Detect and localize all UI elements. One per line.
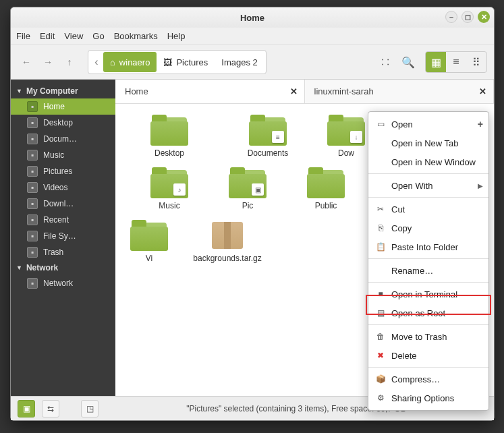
ctx-icon: ■ bbox=[375, 289, 386, 299]
folder-icon bbox=[150, 115, 188, 146]
context-menu: ▭Open+Open in New TabOpen in New WindowO… bbox=[368, 111, 489, 411]
ctx-rename-[interactable]: Rename… bbox=[368, 261, 488, 280]
view-mode-group: ▦ ≡ ⠿ bbox=[425, 51, 487, 73]
tab-linuxmint[interactable]: linuxmint-sarah ✕ bbox=[305, 80, 495, 103]
ctx-move-to-trash[interactable]: 🗑Move to Trash bbox=[368, 327, 488, 346]
folder-icon: ▣ bbox=[229, 167, 267, 198]
file-item[interactable]: Desktop bbox=[129, 115, 210, 158]
menu-go[interactable]: Go bbox=[92, 31, 104, 41]
maximize-button[interactable]: ◻ bbox=[461, 11, 474, 23]
file-item[interactable]: backgrounds.tar.gz bbox=[187, 220, 268, 263]
ctx-icon: ⚙ bbox=[375, 393, 386, 403]
show-hidden-toggle[interactable]: ◳ bbox=[81, 400, 99, 417]
separator bbox=[368, 197, 488, 198]
up-button[interactable]: ↑ bbox=[61, 53, 78, 71]
ctx-icon: ✖ bbox=[375, 350, 386, 361]
chevron-right-icon: ▶ bbox=[478, 182, 483, 190]
ctx-sharing-options[interactable]: ⚙Sharing Options bbox=[368, 388, 488, 407]
menu-bookmarks[interactable]: Bookmarks bbox=[114, 31, 158, 41]
folder-icon bbox=[307, 167, 345, 198]
file-label: Dow bbox=[338, 148, 354, 158]
ctx-open-with[interactable]: Open With▶ bbox=[368, 176, 488, 195]
ctx-cut[interactable]: ✂Cut bbox=[368, 200, 488, 219]
window-title: Home bbox=[240, 13, 264, 23]
trash-icon: ▪ bbox=[27, 247, 38, 258]
sidebar-item-home[interactable]: ▪Home bbox=[11, 98, 115, 115]
minimize-button[interactable]: – bbox=[445, 11, 457, 23]
file-item[interactable]: ↓Dow bbox=[326, 115, 366, 158]
ctx-icon: 🗑 bbox=[375, 331, 386, 342]
titlebar[interactable]: Home – ◻ ✕ bbox=[11, 7, 494, 28]
view-list-button[interactable]: ≡ bbox=[446, 52, 466, 72]
ctx-copy[interactable]: ⎘Copy bbox=[368, 219, 488, 237]
menu-edit[interactable]: Edit bbox=[40, 31, 55, 41]
sidebar-item-documents[interactable]: ▪Docum… bbox=[11, 131, 115, 147]
file-label: Pic bbox=[242, 201, 254, 210]
ctx-open-in-new-tab[interactable]: Open in New Tab bbox=[368, 134, 488, 152]
sidebar-item-desktop[interactable]: ▪Desktop bbox=[11, 115, 115, 131]
path-bar: ‹ ⌂ winaero 🖼 Pictures Images 2 bbox=[88, 50, 267, 74]
documents-icon: ▪ bbox=[27, 134, 38, 144]
home-icon: ⌂ bbox=[110, 57, 115, 67]
folder-icon: ≡ bbox=[249, 115, 287, 146]
view-compact-button[interactable]: ⠿ bbox=[466, 52, 486, 72]
filesystem-icon: ▪ bbox=[27, 231, 38, 241]
sidebar-item-music[interactable]: ▪Music bbox=[11, 147, 115, 163]
tab-close[interactable]: ✕ bbox=[479, 86, 486, 96]
tabs: Home ✕ linuxmint-sarah ✕ bbox=[115, 80, 494, 104]
ctx-icon bbox=[375, 180, 386, 191]
selection-icon[interactable]: ⸬ bbox=[375, 52, 395, 72]
menu-help[interactable]: Help bbox=[167, 31, 186, 41]
file-label: Music bbox=[159, 201, 179, 210]
path-segment-images2[interactable]: Images 2 bbox=[215, 52, 264, 72]
ctx-open-as-root[interactable]: ▤Open as Root bbox=[368, 304, 488, 322]
ctx-open[interactable]: ▭Open+ bbox=[368, 115, 488, 134]
places-toggle[interactable]: ▣ bbox=[18, 400, 35, 417]
plus-icon: + bbox=[478, 119, 483, 129]
file-item[interactable]: ♪Music bbox=[129, 167, 210, 210]
sidebar-header[interactable]: ▼My Computer bbox=[11, 84, 115, 98]
sidebar-item-downloads[interactable]: ▪Downl… bbox=[11, 196, 115, 212]
ctx-compress-[interactable]: 📦Compress… bbox=[368, 370, 488, 388]
folder-icon: ♪ bbox=[150, 167, 188, 198]
ctx-open-in-terminal[interactable]: ■Open in Terminal bbox=[368, 285, 488, 304]
path-prev[interactable]: ‹ bbox=[90, 56, 103, 68]
tab-home[interactable]: Home ✕ bbox=[115, 80, 305, 103]
file-item[interactable]: Vi bbox=[129, 220, 169, 263]
menu-file[interactable]: File bbox=[16, 31, 30, 41]
chevron-down-icon: ▼ bbox=[16, 264, 22, 271]
menubar: File Edit View Go Bookmarks Help bbox=[11, 28, 494, 45]
path-segment-pictures[interactable]: 🖼 Pictures bbox=[157, 52, 215, 72]
path-segment-home[interactable]: ⌂ winaero bbox=[103, 52, 157, 72]
sidebar-item-videos[interactable]: ▪Videos bbox=[11, 179, 115, 196]
close-button[interactable]: ✕ bbox=[478, 11, 490, 23]
forward-button[interactable]: → bbox=[39, 53, 57, 71]
chevron-down-icon: ▼ bbox=[16, 88, 22, 94]
file-item[interactable]: Public bbox=[285, 167, 366, 210]
recent-icon: ▪ bbox=[27, 214, 38, 225]
sidebar: ▼My Computer▪Home▪Desktop▪Docum…▪Music▪P… bbox=[11, 80, 115, 396]
home-icon: ▪ bbox=[27, 101, 38, 112]
back-button[interactable]: ← bbox=[18, 53, 35, 71]
sidebar-item-network[interactable]: ▪Network bbox=[11, 275, 115, 291]
view-icons-button[interactable]: ▦ bbox=[426, 52, 446, 72]
tree-toggle[interactable]: ⇆ bbox=[42, 400, 59, 417]
file-item[interactable]: ▣Pic bbox=[227, 167, 268, 210]
menu-view[interactable]: View bbox=[64, 31, 83, 41]
file-item[interactable]: ≡Documents bbox=[227, 115, 308, 158]
search-button[interactable]: 🔍 bbox=[398, 52, 418, 72]
sidebar-item-pictures[interactable]: ▪Pictures bbox=[11, 163, 115, 179]
tab-close[interactable]: ✕ bbox=[290, 86, 298, 96]
sidebar-item-recent[interactable]: ▪Recent bbox=[11, 212, 115, 228]
downloads-icon: ▪ bbox=[27, 198, 38, 209]
sidebar-item-filesystem[interactable]: ▪File Sy… bbox=[11, 228, 115, 244]
ctx-icon: ▭ bbox=[375, 119, 386, 129]
ctx-paste-into-folder[interactable]: 📋Paste Into Folder bbox=[368, 237, 488, 256]
ctx-icon: ▤ bbox=[375, 308, 386, 318]
toolbar: ← → ↑ ‹ ⌂ winaero 🖼 Pictures Images 2 ⸬ … bbox=[11, 45, 494, 79]
sidebar-item-trash[interactable]: ▪Trash bbox=[11, 244, 115, 260]
ctx-open-in-new-window[interactable]: Open in New Window bbox=[368, 152, 488, 171]
ctx-delete[interactable]: ✖Delete bbox=[368, 346, 488, 365]
videos-icon: ▪ bbox=[27, 182, 38, 193]
sidebar-header[interactable]: ▼Network bbox=[11, 260, 115, 275]
